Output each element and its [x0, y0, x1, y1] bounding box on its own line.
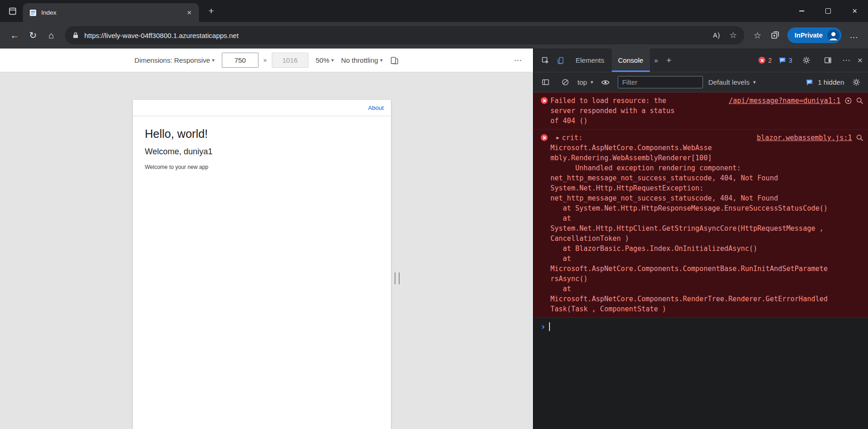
page-body: Hello, world! Welcome, duniya1 Welcome t… [133, 116, 391, 181]
add-panel-icon[interactable]: + [663, 55, 675, 65]
throttling-selector[interactable]: No throttling [341, 56, 378, 64]
devtools-panel: Elements Console » + 2 3 [533, 49, 868, 429]
error-icon [758, 57, 765, 64]
navigation-bar: ← ↻ ⌂ https://lively-wave-04ff30800.1.az… [0, 22, 868, 49]
error-source-link[interactable]: /api/message?name=duniya1:1 [729, 96, 841, 106]
read-aloud-icon[interactable]: A) [709, 27, 725, 43]
browser-window: Index × + × ← ↻ ⌂ https://lively-wave-04… [0, 0, 868, 429]
dimensions-selector[interactable]: Dimensions: Responsive [134, 56, 210, 64]
issues-chat-icon [779, 57, 786, 64]
width-input[interactable] [222, 53, 258, 68]
error-count: 2 [768, 57, 772, 64]
maximize-button[interactable] [815, 0, 841, 22]
avatar[interactable] [827, 29, 840, 42]
console-error-row[interactable]: ▶ crit: blazor.webassembly.js:1 Microsof… [533, 130, 868, 318]
chevron-down-icon: ▾ [380, 57, 383, 63]
chevron-down-icon: ▾ [591, 79, 593, 85]
chevron-down-icon: ▾ [753, 79, 756, 85]
context-selector-label: top [577, 78, 587, 86]
emulation-overflow-icon[interactable]: ⋯ [514, 55, 523, 65]
rotate-device-icon[interactable] [390, 56, 399, 65]
content-area: Dimensions: Responsive ▾ × 50% ▾ No thro… [0, 49, 868, 429]
error-source-box: blazor.webassembly.js:1 [752, 133, 863, 143]
window-controls: × [788, 0, 868, 22]
issues-counter[interactable]: 3 [779, 57, 792, 64]
home-button[interactable]: ⌂ [42, 26, 60, 44]
zoom-selector[interactable]: 50% [316, 56, 330, 64]
error-counter[interactable]: 2 [758, 57, 772, 64]
console-toolbar: top ▾ Default levels ▾ 1 hidden [533, 72, 868, 92]
error-stack-trace: Microsoft.AspNetCore.Components.WebAsse … [550, 143, 863, 314]
tab-close-icon[interactable]: × [184, 8, 194, 17]
lock-icon[interactable] [72, 32, 79, 39]
devtools-tab-bar: Elements Console » + 2 3 [533, 49, 868, 72]
error-message-text: Failed to load resource: the server resp… [550, 96, 675, 126]
collections-icon[interactable] [766, 27, 784, 44]
clear-console-icon[interactable] [558, 75, 572, 90]
dimension-times-label: × [263, 56, 267, 64]
inprivate-badge[interactable]: InPrivate [787, 27, 841, 43]
about-link[interactable]: About [368, 104, 384, 111]
issue-count: 3 [789, 57, 792, 64]
minimize-button[interactable] [788, 0, 815, 22]
console-prompt[interactable]: › [533, 318, 868, 331]
tab-strip: Index × + × [0, 0, 868, 22]
devtools-status-group: 2 3 ⋯ × [758, 53, 863, 68]
console-toolbar-right: 1 hidden [806, 75, 863, 90]
add-favorite-icon[interactable]: ☆ [725, 27, 742, 43]
console-sidebar-icon[interactable] [538, 75, 553, 90]
browser-tab[interactable]: Index × [23, 3, 199, 22]
prompt-chevron-icon: › [540, 322, 546, 331]
context-selector[interactable]: top ▾ [577, 78, 593, 86]
page-nav-bar: About [133, 100, 391, 116]
web-page: About Hello, world! Welcome, duniya1 Wel… [133, 100, 391, 429]
devtools-settings-icon[interactable] [799, 53, 814, 68]
close-window-button[interactable]: × [841, 0, 868, 22]
back-button[interactable]: ← [5, 26, 24, 44]
minimize-icon [799, 11, 804, 11]
text-cursor [549, 322, 550, 331]
dock-side-icon[interactable] [821, 53, 835, 68]
welcome-subtitle: Welcome to your new app [145, 164, 379, 170]
console-settings-icon[interactable] [849, 75, 863, 90]
browser-menu-icon[interactable]: … [845, 27, 863, 44]
refresh-button[interactable]: ↻ [24, 26, 42, 44]
chevron-down-icon: ▾ [212, 57, 214, 63]
expand-triangle-icon[interactable]: ▶ [556, 133, 559, 143]
page-favicon-icon [29, 9, 37, 16]
devtools-close-icon[interactable]: × [857, 55, 863, 65]
error-source-link[interactable]: blazor.webassembly.js:1 [757, 133, 852, 143]
error-icon [541, 134, 548, 141]
address-bar[interactable]: https://lively-wave-04ff30800.1.azuresta… [65, 26, 744, 44]
error-icon [541, 97, 548, 104]
explain-error-icon[interactable] [845, 97, 852, 104]
hidden-messages-icon [806, 79, 813, 86]
new-tab-button[interactable]: + [204, 5, 218, 16]
page-title: Hello, world! [145, 127, 379, 141]
console-error-row[interactable]: Failed to load resource: the server resp… [533, 92, 868, 130]
device-emulation-toolbar: Dimensions: Responsive ▾ × 50% ▾ No thro… [0, 49, 533, 72]
console-messages: Failed to load resource: the server resp… [533, 92, 868, 429]
workspaces-icon[interactable] [5, 3, 20, 19]
viewport-resize-handle[interactable] [395, 272, 400, 284]
filter-input[interactable] [618, 76, 703, 88]
device-toolbar-icon[interactable] [554, 53, 568, 68]
emulation-controls: Dimensions: Responsive ▾ × 50% ▾ No thro… [134, 53, 398, 68]
browser-viewport-pane: Dimensions: Responsive ▾ × 50% ▾ No thro… [0, 49, 533, 429]
chevron-down-icon: ▾ [331, 57, 334, 63]
search-web-icon[interactable] [856, 134, 863, 141]
inspect-element-icon[interactable] [538, 53, 553, 68]
tab-console[interactable]: Console [612, 49, 650, 72]
log-levels-selector[interactable]: Default levels ▾ [708, 78, 756, 86]
live-expression-eye-icon[interactable] [598, 75, 613, 90]
more-panels-icon[interactable]: » [651, 56, 662, 64]
tab-elements[interactable]: Elements [569, 49, 611, 72]
inprivate-label: InPrivate [795, 32, 823, 39]
height-input[interactable] [272, 53, 308, 68]
search-web-icon[interactable] [856, 97, 863, 104]
hidden-messages-label[interactable]: 1 hidden [818, 78, 844, 86]
devtools-menu-icon[interactable]: ⋯ [842, 55, 851, 65]
url-text[interactable]: https://lively-wave-04ff30800.1.azuresta… [84, 32, 709, 39]
maximize-icon [825, 8, 831, 14]
favorites-icon[interactable]: ☆ [749, 27, 766, 44]
